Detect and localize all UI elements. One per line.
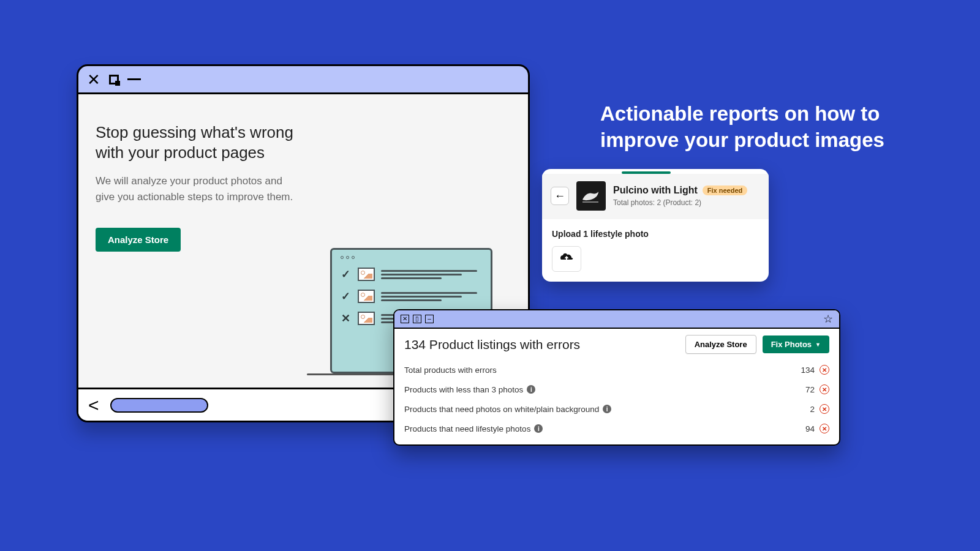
product-title-block: Pulcino with Light Fix needed Total phot… [613,185,760,207]
analyze-store-button-secondary[interactable]: Analyze Store [685,335,756,354]
main-heading: Stop guessing what's wrong with your pro… [96,122,304,162]
fix-photos-button[interactable]: Fix Photos ▼ [763,335,829,353]
report-row-value: 72 [805,385,815,394]
report-row-label: Products with less than 3 photos [404,385,523,394]
chevron-down-icon: ▼ [815,342,821,348]
back-button[interactable]: ← [551,187,569,205]
cross-icon: ✕ [341,312,352,325]
product-card-body: Upload 1 lifestyle photo [542,219,769,282]
upload-button[interactable] [552,246,581,272]
report-row: Products that need photos on white/plain… [404,399,829,419]
image-icon [358,268,375,281]
minimize-icon[interactable] [127,78,141,80]
product-photo-count: Total photos: 2 (Product: 2) [613,198,760,207]
text-lines-icon [381,290,482,303]
product-detail-card: ← Pulcino with Light Fix needed Total ph… [542,169,769,282]
report-titlebar: ✕ ▯ – ☆ [394,310,839,329]
close-box-icon[interactable]: ✕ [401,315,409,323]
fix-needed-badge: Fix needed [703,186,747,195]
bird-icon [580,187,602,204]
report-row-value: 134 [801,365,815,375]
report-title: 134 Product listings with errors [404,337,679,352]
error-icon: ✕ [820,404,829,414]
check-icon: ✓ [341,268,352,281]
report-row-label: Products that need lifestyle photos [404,424,530,433]
close-icon[interactable]: ✕ [87,72,100,88]
page-headline: Actionable reports on how to improve you… [600,101,919,154]
fix-photos-label: Fix Photos [771,340,812,349]
info-icon[interactable]: i [603,405,611,413]
info-icon[interactable]: i [527,385,535,394]
upload-instruction: Upload 1 lifestyle photo [552,229,759,239]
main-copy: Stop guessing what's wrong with your pro… [96,122,312,375]
error-icon: ✕ [820,365,829,375]
report-row-value: 2 [810,405,815,414]
product-thumbnail [576,181,606,211]
window-dots-icon [341,256,482,259]
image-icon [358,290,375,303]
window-box-icon[interactable]: ▯ [413,315,421,323]
report-row-label: Total products with errors [404,365,497,375]
info-icon[interactable]: i [534,424,543,433]
report-row-label: Products that need photos on white/plain… [404,405,599,414]
error-icon: ✕ [820,384,829,394]
report-row-value: 94 [805,424,815,433]
report-list: Total products with errors 134 ✕ Product… [394,360,839,444]
report-row: Products with less than 3 photosi 72 ✕ [404,380,829,399]
minimize-box-icon[interactable]: – [425,315,434,323]
report-row: Total products with errors 134 ✕ [404,360,829,380]
image-icon [358,312,375,325]
main-titlebar: ✕ [78,66,528,94]
product-card-header: ← Pulcino with Light Fix needed Total ph… [542,174,769,219]
report-header: 134 Product listings with errors Analyze… [394,329,839,360]
text-lines-icon [381,268,482,281]
back-icon[interactable]: < [88,395,99,416]
report-window: ✕ ▯ – ☆ 134 Product listings with errors… [393,309,840,446]
star-icon[interactable]: ☆ [823,312,833,326]
maximize-icon[interactable] [109,75,119,84]
checklist-row: ✓ [341,290,482,303]
report-row: Products that need lifestyle photosi 94 … [404,419,829,438]
error-icon: ✕ [820,424,829,433]
check-icon: ✓ [341,290,352,303]
cloud-upload-icon [558,252,575,266]
checklist-row: ✓ [341,268,482,281]
product-title: Pulcino with Light [613,185,698,196]
main-subheading: We will analyze your product photos and … [96,173,304,204]
analyze-store-button[interactable]: Analyze Store [96,228,181,252]
url-bar[interactable] [110,398,208,413]
